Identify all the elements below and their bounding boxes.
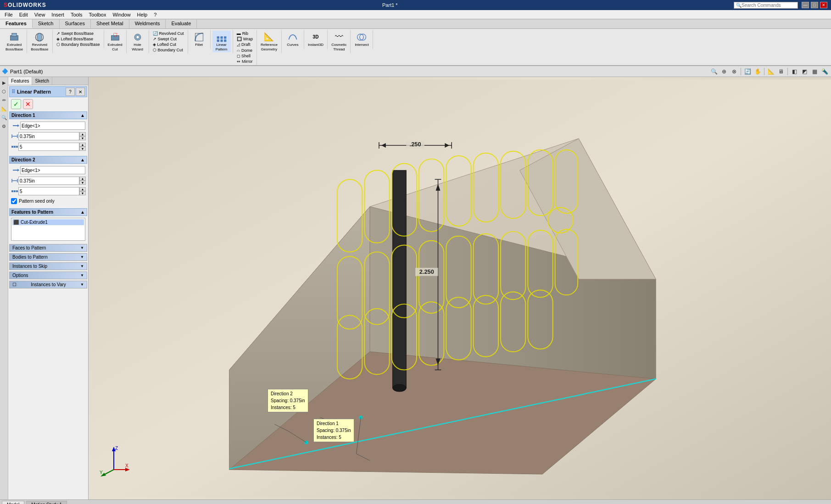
direction2-edge-input[interactable]: [20, 166, 85, 174]
status-tab-model[interactable]: Model: [2, 501, 24, 504]
instant3d-button[interactable]: 3D Instant3D: [306, 31, 325, 48]
menu-insert[interactable]: Insert: [49, 11, 67, 18]
direction1-spacing-up[interactable]: ▲: [79, 132, 86, 136]
lofted-cut-button[interactable]: ◈ Lofted Cut: [151, 42, 186, 47]
minimize-button[interactable]: —: [802, 2, 809, 8]
boundary-cut-button[interactable]: ⬡ Boundary Cut: [151, 47, 186, 53]
linear-pattern-pm-icon: ⠿: [11, 89, 15, 95]
menu-view[interactable]: View: [32, 11, 48, 18]
boundary-boss-button[interactable]: ⬡ Boundary Boss/Base: [55, 42, 102, 47]
section-view-button[interactable]: ▦: [810, 67, 819, 76]
menu-edit[interactable]: Edit: [17, 11, 31, 18]
mirror-button[interactable]: ⇔ Mirror: [235, 59, 255, 64]
appearance-button[interactable]: ◩: [800, 67, 809, 76]
tab-weldments[interactable]: Weldments: [129, 19, 166, 28]
dimension-icon-left[interactable]: 📐: [0, 105, 8, 112]
faces-to-pattern-header[interactable]: Faces to Pattern ▼: [10, 244, 87, 251]
shell-button[interactable]: ◻ Shell: [235, 53, 255, 59]
intersect-button[interactable]: Intersect: [352, 31, 371, 48]
extruded-boss-button[interactable]: ExtrudedBoss/Base: [4, 31, 25, 52]
instances-to-skip-header[interactable]: Instances to Skip ▼: [10, 263, 87, 270]
cosmetic-thread-button[interactable]: 〰 CosmeticThread: [329, 31, 348, 52]
dir1-box-line1: Direction 1: [317, 420, 351, 427]
direction2-spacing-up[interactable]: ▲: [79, 177, 86, 181]
lighting-button[interactable]: 🔦: [820, 67, 829, 76]
pm-ok-button[interactable]: ✓: [11, 99, 21, 109]
direction1-instances-input[interactable]: [18, 143, 79, 151]
feature-cut-extrude1[interactable]: ⬛ Cut-Extrude1: [12, 219, 84, 225]
svg-point-7: [136, 36, 139, 39]
menu-file[interactable]: File: [2, 11, 16, 18]
rotate-view-button[interactable]: 🔄: [743, 67, 752, 76]
tab-sketch[interactable]: Sketch: [33, 19, 60, 28]
tab-sheet-metal[interactable]: Sheet Metal: [91, 19, 129, 28]
pm-collapse-button[interactable]: ✕: [76, 88, 85, 96]
direction1-instances-up[interactable]: ▲: [79, 143, 86, 147]
search-icon-left[interactable]: 🔍: [0, 114, 8, 121]
revolved-boss-button[interactable]: RevolvedBoss/Base: [29, 31, 50, 52]
direction1-instances-down[interactable]: ▼: [79, 147, 86, 151]
features-to-pattern-header[interactable]: Features to Pattern ▲: [9, 208, 87, 216]
revolved-cut-button[interactable]: 🔄 Revolved Cut: [151, 31, 186, 36]
swept-cut-button[interactable]: ↗ Swept Cut: [151, 36, 186, 42]
direction2-instances-down[interactable]: ▼: [79, 191, 86, 195]
view-orientation-button[interactable]: 📐: [766, 67, 775, 76]
dome-button[interactable]: ⌓ Dome: [235, 47, 255, 53]
lofted-boss-button[interactable]: ◈ Lofted Boss/Base: [55, 36, 102, 42]
direction1-edge-input[interactable]: [20, 122, 85, 130]
status-tab-motion-study[interactable]: Motion Study 1: [26, 501, 67, 504]
draft-button[interactable]: ◿ Draft: [235, 42, 255, 47]
direction2-header[interactable]: Direction 2 ▲: [9, 156, 87, 164]
direction1-header[interactable]: Direction 1 ▲: [9, 111, 87, 119]
curves-button[interactable]: Curves: [284, 31, 302, 48]
panel-tab-sketch[interactable]: Sketch: [32, 77, 52, 85]
search-box[interactable]: 🔍: [734, 2, 798, 9]
direction1-spacing-down[interactable]: ▼: [79, 136, 86, 140]
display-style-button[interactable]: 🖥: [776, 67, 786, 76]
direction2-spacing-input[interactable]: [18, 177, 79, 185]
menu-window[interactable]: Window: [110, 11, 133, 18]
zoom-out-button[interactable]: ⊗: [730, 67, 739, 76]
tab-features[interactable]: Features: [0, 19, 33, 28]
close-button[interactable]: ✕: [820, 2, 827, 8]
wrap-button[interactable]: 🔲 Wrap: [235, 36, 255, 42]
menu-help-icon[interactable]: ?: [151, 11, 159, 18]
tab-surfaces[interactable]: Surfaces: [60, 19, 91, 28]
extruded-cut-button[interactable]: ExtrudedCut: [106, 31, 124, 52]
3d-viewport[interactable]: .250 2.250: [89, 77, 831, 499]
fillet-button[interactable]: Fillet: [190, 31, 208, 48]
command-manager-icon[interactable]: ▶: [0, 79, 8, 86]
hole-wizard-button[interactable]: HoleWizard: [128, 31, 147, 52]
menu-tools[interactable]: Tools: [68, 11, 85, 18]
tab-evaluate[interactable]: Evaluate: [166, 19, 197, 28]
svg-rect-30: [16, 190, 18, 192]
panel-tab-features[interactable]: Features: [8, 77, 32, 85]
bodies-to-pattern-header[interactable]: Bodies to Pattern ▼: [10, 254, 87, 260]
pattern-seed-only-checkbox[interactable]: [11, 198, 17, 204]
linear-pattern-button[interactable]: LinearPattern: [212, 31, 231, 52]
zoom-to-fit-button[interactable]: 🔍: [709, 67, 719, 76]
sketch-icon-left[interactable]: ✏: [0, 96, 8, 104]
pm-help-button[interactable]: ?: [66, 88, 75, 96]
menu-toolbox[interactable]: Toolbox: [86, 11, 109, 18]
direction1-spacing-input[interactable]: [18, 132, 79, 140]
zoom-in-button[interactable]: ⊕: [719, 67, 729, 76]
revolved-boss-icon: [34, 32, 45, 43]
ref-geometry-button[interactable]: 📐 ReferenceGeometry: [259, 31, 279, 52]
search-input[interactable]: [742, 3, 792, 8]
direction2-instances-up[interactable]: ▲: [79, 187, 86, 191]
pm-cancel-button[interactable]: ✕: [23, 99, 33, 109]
feature-manager-icon[interactable]: ⬡: [0, 88, 8, 95]
direction2-instances-input[interactable]: [18, 187, 79, 195]
rib-button[interactable]: ▬ Rib: [235, 31, 255, 36]
instances-to-vary-header[interactable]: ☐ Instances to Vary ▼: [10, 281, 87, 288]
direction2-spacing-down[interactable]: ▼: [79, 181, 86, 185]
hide-show-button[interactable]: ◧: [790, 67, 799, 76]
settings-icon-left[interactable]: ⚙: [0, 122, 8, 130]
swept-boss-button[interactable]: ↗ Swept Boss/Base: [55, 31, 102, 36]
pan-button[interactable]: ✋: [753, 67, 762, 76]
menu-help[interactable]: Help: [134, 11, 151, 18]
maximize-button[interactable]: □: [811, 2, 818, 8]
options-header[interactable]: Options ▼: [10, 272, 87, 279]
ref-geometry-icon: 📐: [263, 32, 274, 43]
